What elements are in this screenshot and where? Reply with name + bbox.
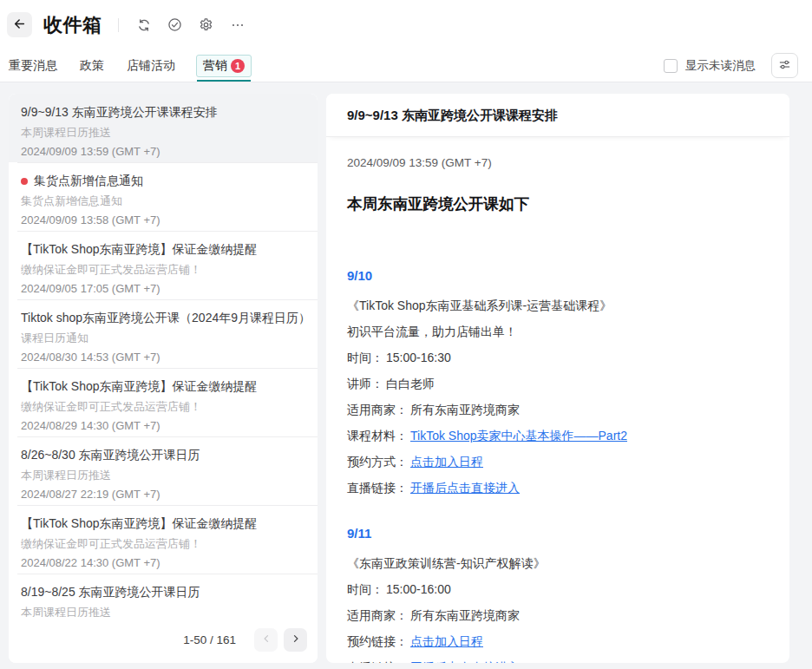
message-title-text: Tiktok shop东南亚跨境公开课（2024年9月课程日历） (21, 311, 305, 326)
message-subtitle: 缴纳保证金即可正式发品运营店铺！ (21, 536, 305, 552)
tab-政策[interactable]: 政策 (78, 55, 106, 77)
line-label: 直播链接： (347, 660, 408, 663)
list-item[interactable]: 【TikTok Shop东南亚跨境】保证金缴纳提醒缴纳保证金即可正式发品运营店铺… (9, 368, 318, 436)
body-line: 预约方式：点击加入日程 (347, 453, 769, 470)
next-page-button[interactable] (284, 628, 307, 652)
detail-body: 2024/09/09 13:59 (GMT +7) 本周东南亚跨境公开课如下 9… (326, 137, 789, 663)
body-line: 《TikTok Shop东南亚基础系列课-运营基础课程》 (347, 297, 769, 314)
pagination-bar: 1-50 / 161 (9, 617, 318, 663)
message-title-text: 8/19~8/25 东南亚跨境公开课日历 (21, 585, 200, 600)
message-subtitle: 课程日历通知 (21, 331, 305, 346)
tab-unread-badge: 1 (231, 59, 245, 73)
show-unread-toggle[interactable]: 显示未读消息 (664, 58, 756, 74)
message-title-text: 【TikTok Shop东南亚跨境】保证金缴纳提醒 (21, 242, 258, 258)
body-link[interactable]: TikTok Shop卖家中心基本操作——Part2 (410, 429, 627, 443)
settings-gear-icon[interactable] (193, 12, 219, 38)
message-timestamp: 2024/08/30 14:53 (GMT +7) (21, 351, 305, 364)
line-label: 适用商家： (347, 608, 408, 622)
message-title: Tiktok shop东南亚跨境公开课（2024年9月课程日历） (21, 311, 305, 326)
tab-重要消息[interactable]: 重要消息 (7, 55, 59, 77)
unread-dot-icon (21, 178, 28, 185)
message-detail-panel: 9/9~9/13 东南亚跨境公开课课程安排 2024/09/09 13:59 (… (326, 94, 789, 663)
list-item[interactable]: 集货点新增信息通知集货点新增信息通知2024/09/09 13:58 (GMT … (9, 162, 318, 231)
detail-heading: 本周东南亚跨境公开课如下 (347, 193, 769, 214)
display-settings-button[interactable] (771, 53, 798, 78)
message-subtitle: 缴纳保证金即可正式发品运营店铺！ (21, 399, 305, 415)
line-label: 讲师： (347, 377, 383, 390)
line-text: 15:00-16:00 (386, 582, 451, 596)
section-date: 9/10 (347, 268, 769, 283)
message-subtitle: 本周课程日历推送 (21, 125, 305, 141)
line-text: 白白老师 (386, 377, 435, 390)
message-title: 【TikTok Shop东南亚跨境】保证金缴纳提醒 (21, 379, 305, 395)
message-subtitle: 本周课程日历推送 (21, 468, 305, 483)
tab-营销[interactable]: 营销1 (196, 55, 252, 77)
list-item[interactable]: 【TikTok Shop东南亚跨境】保证金缴纳提醒缴纳保证金即可正式发品运营店铺… (9, 231, 318, 299)
body-link[interactable]: 开播后点击直接进入 (410, 481, 520, 495)
body-line: 预约链接：点击加入日程 (347, 633, 769, 650)
body-line: 《东南亚政策训练营-知识产权解读》 (347, 554, 769, 572)
tab-label: 重要消息 (9, 58, 57, 72)
line-text: 所有东南亚跨境商家 (410, 403, 520, 416)
chevron-left-icon (261, 633, 272, 646)
body-line: 讲师：白白老师 (347, 375, 769, 392)
list-item[interactable]: 8/26~8/30 东南亚跨境公开课日历本周课程日历推送2024/08/27 2… (9, 436, 318, 505)
line-label: 直播链接： (347, 481, 408, 495)
line-label: 预约方式： (347, 455, 408, 469)
line-text: 《东南亚政策训练营-知识产权解读》 (347, 556, 546, 570)
message-title: 8/26~8/30 东南亚跨境公开课日历 (21, 448, 305, 463)
mark-all-read-icon[interactable] (162, 12, 188, 38)
chevron-right-icon (291, 633, 301, 646)
line-text: 《TikTok Shop东南亚基础系列课-运营基础课程》 (347, 298, 612, 312)
body-link[interactable]: 点击加入日程 (410, 634, 483, 648)
message-title: 8/19~8/25 东南亚跨境公开课日历 (21, 585, 305, 600)
list-item[interactable]: 【TikTok Shop东南亚跨境】保证金缴纳提醒缴纳保证金即可正式发品运营店铺… (9, 505, 318, 574)
unread-checkbox[interactable] (664, 59, 678, 73)
course-section: 9/10《TikTok Shop东南亚基础系列课-运营基础课程》初识平台流量，助… (347, 268, 769, 496)
section-date: 9/11 (347, 526, 769, 541)
message-timestamp: 2024/09/09 13:58 (GMT +7) (21, 213, 305, 226)
tab-label: 营销 (203, 58, 227, 74)
content-area: 9/9~9/13 东南亚跨境公开课课程安排本周课程日历推送2024/09/09 … (0, 82, 812, 669)
back-button[interactable] (7, 12, 32, 37)
refresh-icon[interactable] (131, 12, 157, 38)
line-label: 课程材料： (347, 429, 408, 443)
show-unread-label: 显示未读消息 (685, 58, 756, 74)
detail-timestamp: 2024/09/09 13:59 (GMT +7) (347, 156, 769, 169)
body-link[interactable]: 点击加入日程 (410, 455, 483, 469)
list-item[interactable]: 9/9~9/13 东南亚跨境公开课课程安排本周课程日历推送2024/09/09 … (9, 94, 318, 162)
message-title: 【TikTok Shop东南亚跨境】保证金缴纳提醒 (21, 516, 305, 532)
message-title-text: 8/26~8/30 东南亚跨境公开课日历 (21, 448, 200, 463)
message-timestamp: 2024/08/27 22:19 (GMT +7) (21, 488, 305, 501)
message-subtitle: 缴纳保证金即可正式发品运营店铺！ (21, 262, 305, 278)
body-line: 时间：15:00-16:00 (347, 580, 769, 598)
message-title-text: 9/9~9/13 东南亚跨境公开课课程安排 (21, 105, 218, 121)
body-line: 初识平台流量，助力店铺出单！ (347, 323, 769, 340)
message-title: 集货点新增信息通知 (21, 174, 305, 189)
line-label: 时间： (347, 582, 383, 596)
message-list-panel: 9/9~9/13 东南亚跨境公开课课程安排本周课程日历推送2024/09/09 … (9, 94, 318, 663)
message-timestamp: 2024/08/29 14:30 (GMT +7) (21, 419, 305, 432)
list-item[interactable]: Tiktok shop东南亚跨境公开课（2024年9月课程日历）课程日历通知20… (9, 299, 318, 368)
message-subtitle: 集货点新增信息通知 (21, 193, 305, 209)
message-timestamp: 2024/09/05 17:05 (GMT +7) (21, 282, 305, 295)
more-ellipsis-icon[interactable] (225, 12, 251, 38)
inbox-app: 收件箱 重要消息政策店铺活动营销1 (0, 0, 812, 669)
body-line: 适用商家：所有东南亚跨境商家 (347, 401, 769, 418)
line-label: 预约链接： (347, 634, 408, 648)
sliders-icon (778, 58, 791, 74)
top-bar: 收件箱 (0, 0, 812, 49)
message-title-text: 【TikTok Shop东南亚跨境】保证金缴纳提醒 (21, 516, 258, 532)
line-text: 初识平台流量，助力店铺出单！ (347, 325, 517, 338)
line-label: 适用商家： (347, 403, 408, 416)
message-title-text: 【TikTok Shop东南亚跨境】保证金缴纳提醒 (21, 379, 258, 395)
course-section: 9/11《东南亚政策训练营-知识产权解读》时间：15:00-16:00适用商家：… (347, 526, 769, 663)
body-line: 时间：15:00-16:30 (347, 349, 769, 366)
message-title: 【TikTok Shop东南亚跨境】保证金缴纳提醒 (21, 242, 305, 258)
body-link[interactable]: 开播后点击直接进入 (410, 660, 520, 663)
vertical-separator (118, 18, 119, 32)
line-text: 所有东南亚跨境商家 (410, 608, 520, 622)
prev-page-button[interactable] (254, 628, 278, 652)
body-line: 直播链接：开播后点击直接进入 (347, 659, 769, 663)
tab-店铺活动[interactable]: 店铺活动 (125, 55, 177, 77)
